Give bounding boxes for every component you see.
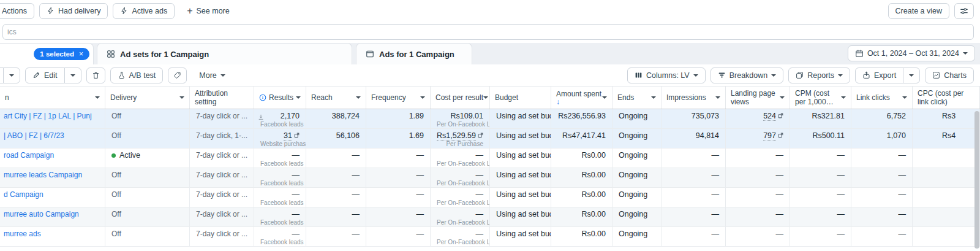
metric-link[interactable]: Rs1,529.59	[437, 131, 476, 141]
table-row: murree leads CampaignOff7-day click or .…	[0, 168, 980, 188]
metric-link[interactable]: 524	[763, 112, 776, 121]
vertical-scrollbar[interactable]	[974, 111, 979, 249]
clear-selection-icon[interactable]: ×	[79, 50, 83, 58]
attribution-value: 7-day click or ...	[196, 190, 247, 199]
create-view-button[interactable]: Create a view	[888, 3, 949, 19]
expand-icon[interactable]	[778, 131, 783, 140]
campaign-name-link[interactable]: murree auto Campaign	[4, 210, 79, 218]
column-label: CPM (cost per 1,000…	[795, 89, 834, 106]
result-type-label: Facebook leads	[260, 219, 300, 226]
breakdown-button[interactable]: Breakdown	[710, 68, 784, 83]
column-caret-icon[interactable]	[715, 96, 720, 99]
column-header-cost_per_result[interactable]: Cost per result	[431, 87, 490, 109]
view-settings-button[interactable]	[954, 3, 974, 19]
download-leads-icon[interactable]	[257, 114, 265, 123]
column-caret-icon[interactable]	[780, 96, 785, 99]
column-caret-icon[interactable]	[651, 96, 656, 99]
toolbar: Edit A/B test More Columns: LV Breakdown	[0, 64, 980, 86]
column-header-cpc[interactable]: CPC (cost per link click)	[913, 87, 980, 109]
column-header-ends[interactable]: Ends	[612, 87, 662, 109]
campaign-name-link[interactable]: murree ads	[4, 230, 41, 238]
columns-button[interactable]: Columns: LV	[627, 68, 706, 83]
column-caret-icon[interactable]	[841, 96, 846, 99]
column-caret-icon[interactable]	[95, 96, 100, 99]
export-caret-button[interactable]	[903, 68, 920, 83]
cell-results: —Facebook leads	[254, 188, 306, 207]
column-caret-icon[interactable]	[902, 96, 907, 99]
campaign-name-link[interactable]: murree leads Campaign	[4, 171, 82, 179]
budget-value: Using ad set bud...	[496, 190, 551, 199]
cell-ends: Ongoing	[612, 227, 662, 246]
impressions-value: —	[712, 230, 720, 238]
campaign-name-link[interactable]: road Campaign	[4, 151, 54, 160]
cell-frequency: —	[366, 188, 431, 207]
filter-chip-had-delivery[interactable]: Had delivery	[39, 3, 108, 19]
see-more-button[interactable]: + See more	[179, 3, 237, 19]
reports-button[interactable]: Reports	[788, 68, 850, 83]
column-caret-icon[interactable]	[420, 96, 425, 99]
ab-test-button[interactable]: A/B test	[110, 68, 164, 83]
budget-value: Using ad set bud...	[496, 210, 551, 218]
column-header-attribution[interactable]: Attribution setting	[190, 87, 254, 109]
campaign-name-link[interactable]: | ABO | FZ | 6/7/23	[4, 131, 64, 140]
metric-link[interactable]: 797	[763, 131, 776, 141]
selected-count-badge[interactable]: 1 selected ×	[34, 48, 89, 60]
expand-icon[interactable]	[778, 112, 783, 120]
cell-impressions: —	[662, 168, 726, 187]
ads-manager-app: Actions Had delivery Active ads + See mo…	[0, 0, 980, 251]
column-header-cpm[interactable]: CPM (cost per 1,000…	[790, 87, 851, 109]
search-input[interactable]: ics	[2, 24, 974, 40]
actions-button[interactable]: Actions	[0, 3, 34, 19]
column-header-link_clicks[interactable]: Link clicks	[851, 87, 913, 109]
cell-frequency: —	[366, 149, 431, 168]
column-header-landing_page_views[interactable]: Landing page views	[726, 87, 790, 109]
scrollbar-thumb[interactable]	[974, 111, 979, 249]
column-header-budget[interactable]: Budget	[490, 87, 551, 109]
cpm-value: —	[837, 230, 845, 238]
edit-button[interactable]: Edit	[25, 68, 65, 83]
charts-button[interactable]: Charts	[925, 68, 974, 83]
column-header-amount_spent[interactable]: Amount spent↓	[551, 87, 612, 109]
attribution-value: 7-day click or ...	[196, 210, 247, 218]
column-label: Landing page views	[731, 89, 775, 106]
export-button[interactable]: Export	[855, 68, 903, 83]
expand-icon[interactable]	[478, 131, 483, 140]
edit-split-button: Edit	[25, 68, 81, 83]
expand-icon[interactable]	[294, 131, 300, 140]
frequency-value: —	[417, 190, 424, 199]
budget-value: Using ad set bud...	[496, 131, 551, 140]
reach-value: 388,724	[332, 112, 360, 120]
charts-icon	[932, 71, 940, 79]
column-caret-icon[interactable]	[356, 96, 361, 99]
column-header-reach[interactable]: Reach	[306, 87, 366, 109]
column-label: Attribution setting	[195, 89, 228, 106]
duplicate-caret-button[interactable]	[3, 68, 20, 83]
cpc-value: Rs4	[942, 131, 956, 140]
filter-chip-active-ads[interactable]: Active ads	[113, 3, 175, 19]
cell-attribution: 7-day click or ...	[190, 188, 254, 207]
more-button[interactable]: More	[192, 68, 232, 83]
edit-caret-button[interactable]	[64, 68, 81, 83]
info-icon[interactable]	[259, 94, 266, 101]
cell-amount_spent: Rs0.00	[551, 227, 612, 246]
campaign-name-link[interactable]: art City | FZ | 1p LAL | Punj	[4, 112, 92, 120]
tab-campaigns[interactable]: 1 selected ×	[0, 43, 94, 64]
campaign-name-link[interactable]: d Campaign	[4, 190, 43, 199]
column-caret-icon[interactable]	[296, 96, 301, 99]
chevron-down-icon	[9, 74, 14, 77]
metric-link[interactable]: 31	[284, 131, 292, 141]
column-caret-icon[interactable]	[602, 96, 607, 99]
column-caret-icon[interactable]	[483, 96, 488, 99]
tab-ads[interactable]: Ads for 1 Campaign	[356, 43, 472, 64]
delete-button[interactable]	[86, 68, 105, 83]
tag-button[interactable]	[168, 68, 187, 83]
cell-results: —Facebook leads	[254, 149, 306, 168]
date-range-button[interactable]: Oct 1, 2024 – Oct 31, 2024	[848, 45, 975, 61]
tab-adsets[interactable]: Ad sets for 1 Campaign	[97, 43, 352, 64]
column-header-impressions[interactable]: Impressions	[662, 87, 726, 109]
column-header-delivery[interactable]: Delivery	[105, 87, 190, 109]
column-header-name[interactable]: n	[0, 87, 105, 109]
column-caret-icon[interactable]	[179, 96, 184, 99]
column-header-frequency[interactable]: Frequency	[366, 87, 431, 109]
column-header-results[interactable]: Results	[254, 87, 306, 109]
